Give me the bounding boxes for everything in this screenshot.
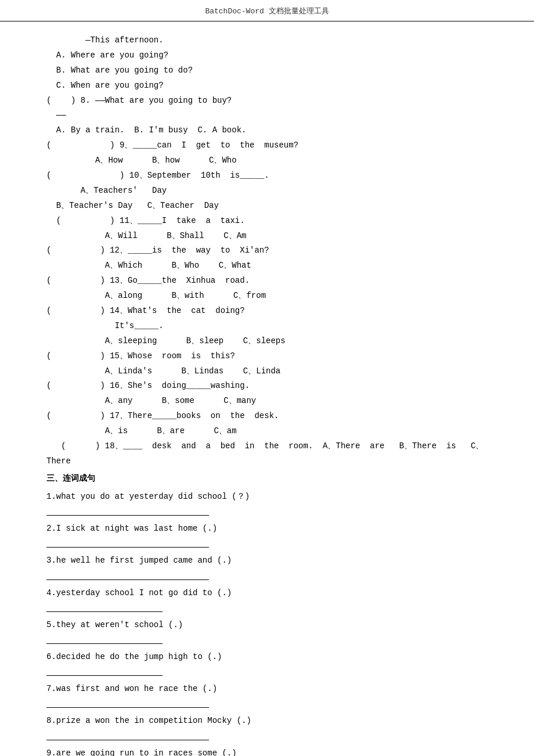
sentence-line-8 bbox=[46, 730, 209, 740]
sentence-item-3: 3.he well he first jumped came and (.) bbox=[46, 553, 488, 579]
sentence-text-3: 3.he well he first jumped came and (.) bbox=[46, 553, 488, 568]
sentence-item-2: 2.I sick at night was last home (.) bbox=[46, 521, 488, 548]
sentence-text-6: 6.decided he do the jump high to (.) bbox=[46, 650, 488, 664]
sentence-text-7: 7.was first and won he race the (.) bbox=[46, 682, 488, 696]
section-three-title: 三、连词成句 bbox=[46, 471, 488, 486]
page-container: BatchDoc-Word 文档批量处理工具 —This afternoon. … bbox=[0, 0, 534, 756]
sentence-text-9: 9.are we going run to in races some (.) bbox=[46, 746, 488, 756]
sentence-text-4: 4.yesterday school I not go did to (.) bbox=[46, 586, 488, 600]
quiz-content: —This afternoon. A. Where are you going?… bbox=[46, 33, 488, 469]
sentence-item-5: 5.they at weren't school (.) bbox=[46, 618, 488, 644]
sentence-line-7 bbox=[46, 697, 209, 708]
sentence-line-6 bbox=[46, 665, 163, 676]
sentence-line-1 bbox=[46, 505, 209, 516]
sentence-item-7: 7.was first and won he race the (.) bbox=[46, 682, 488, 708]
header-title: BatchDoc-Word 文档批量处理工具 bbox=[205, 7, 329, 16]
sentence-line-4 bbox=[46, 602, 163, 612]
sentence-item-4: 4.yesterday school I not go did to (.) bbox=[46, 586, 488, 612]
sentence-line-3 bbox=[46, 570, 209, 580]
sentence-item-8: 8.prize a won the in competition Mocky (… bbox=[46, 714, 488, 740]
sentence-text-8: 8.prize a won the in competition Mocky (… bbox=[46, 714, 488, 728]
sentence-text-2: 2.I sick at night was last home (.) bbox=[46, 521, 488, 536]
header: BatchDoc-Word 文档批量处理工具 bbox=[0, 0, 534, 21]
sentence-text-5: 5.they at weren't school (.) bbox=[46, 618, 488, 632]
sentence-text-1: 1.what you do at yesterday did school (？… bbox=[46, 489, 488, 504]
sentence-item-1: 1.what you do at yesterday did school (？… bbox=[46, 489, 488, 516]
sentence-line-5 bbox=[46, 633, 163, 644]
sentence-item-6: 6.decided he do the jump high to (.) bbox=[46, 650, 488, 676]
sentence-item-9: 9.are we going run to in races some (.) bbox=[46, 746, 488, 756]
main-content: —This afternoon. A. Where are you going?… bbox=[0, 21, 534, 756]
sentence-line-2 bbox=[46, 537, 209, 548]
